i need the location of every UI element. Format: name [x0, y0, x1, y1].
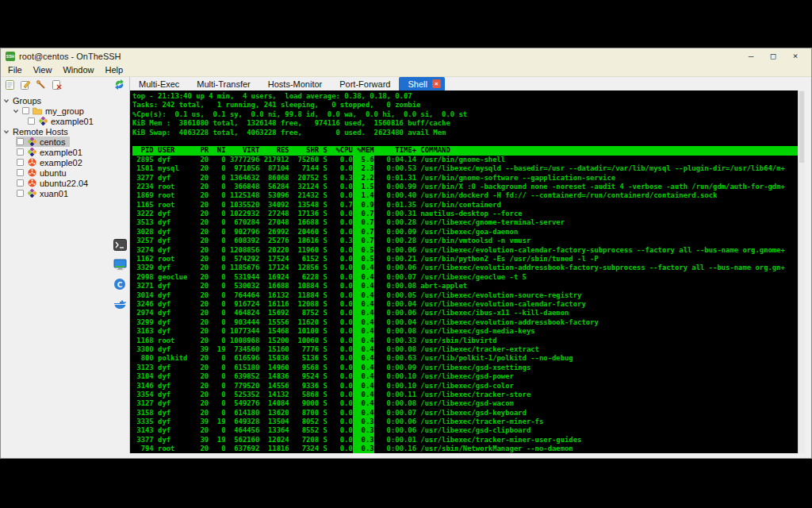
tree-item-my-group[interactable]: my_group [1, 106, 129, 116]
host-checkbox[interactable] [22, 107, 29, 114]
tree-item-example01[interactable]: example01 [1, 147, 129, 157]
host-checkbox[interactable] [17, 148, 24, 156]
process-time-command: 0:01.35 /usr/bin/containerd [374, 201, 501, 210]
tree-item-content[interactable]: my_group [21, 106, 89, 116]
chevron-down-icon[interactable] [12, 107, 20, 115]
process-fields: 3028 dyf 20 0 902796 26992 20460 S 0.0 [132, 228, 353, 237]
tree-item-label: centos [40, 137, 65, 147]
tools-icon[interactable] [35, 79, 48, 90]
tree-item-content[interactable]: example02 [16, 157, 87, 167]
process-time-command: 0:00.06 /usr/libexec/gsd-clipboard [374, 426, 531, 435]
scrollbar-thumb[interactable] [799, 91, 804, 163]
docker-icon[interactable] [113, 298, 127, 310]
chevron-down-icon[interactable] [2, 97, 10, 105]
titlebar[interactable]: SSH root@centos - OnTheSSH – □ × [1, 48, 811, 64]
tree-item-content[interactable]: example01 [16, 147, 87, 157]
host-checkbox[interactable] [17, 179, 24, 187]
shell-terminal-icon[interactable] [113, 238, 127, 251]
tree-item-example02[interactable]: example02 [1, 157, 129, 167]
tree-item-example01[interactable]: example01 [1, 116, 129, 126]
tree-item-content[interactable]: centos [16, 137, 70, 147]
process-fields: 2895 dyf 20 0 3777296 217912 75260 S 0.0 [132, 156, 353, 164]
process-time-command: 0:00.33 /usr/sbin/libvirtd [374, 337, 497, 345]
tree-item-content[interactable]: Remote Hosts [12, 126, 73, 137]
process-time-command: 0:00.16 /usr/sbin/NetworkManager --no-da… [374, 444, 573, 453]
terminal[interactable]: top - 21:13:40 up 4 min, 4 users, load a… [130, 90, 798, 453]
process-time-command: 0:00.01 /usr/libexec/tracker-miner-user-… [374, 436, 582, 444]
process-table-header: PID USER PR NI VIRT RES SHR S %CPU %MEM … [132, 146, 798, 155]
terminal-scrollbar[interactable] [798, 90, 805, 453]
right-gutter [805, 90, 811, 453]
tree-item-ubuntu[interactable]: ubuntu [1, 167, 129, 178]
process-row: 2234 root 20 0 366848 56284 32124 S 0.0 … [132, 183, 798, 191]
tab-label: Multi-Exec [139, 79, 179, 89]
process-time-command: 0:00.04 /usr/libexec/evolution-addressbo… [374, 318, 599, 327]
process-fields: 3257 dyf 20 0 608392 25276 18616 S 0.3 [132, 237, 353, 245]
tree-item-content[interactable]: ubuntu [16, 167, 71, 178]
host-checkbox[interactable] [28, 117, 35, 125]
tree-item-label: example02 [40, 158, 82, 167]
process-fields: 3014 dyf 20 0 764464 16132 11884 S 0.0 [132, 291, 353, 300]
process-fields: 2998 geoclue 20 0 531944 16924 6228 S 0.… [132, 273, 353, 282]
tree-item-content[interactable]: xuan01 [16, 188, 73, 198]
process-fields: 794 root 20 0 637692 11816 7324 S 0.0 [132, 444, 353, 453]
tab-label: Shell [408, 79, 427, 89]
side-toolbar: C [112, 238, 128, 318]
sync-hosts-icon[interactable] [113, 79, 125, 90]
menu-file[interactable]: File [2, 65, 28, 75]
minimize-button[interactable]: – [740, 49, 762, 63]
tree-item-remote-hosts[interactable]: Remote Hosts [1, 126, 129, 137]
menu-help[interactable]: Help [100, 65, 129, 75]
process-row: 3246 dyf 20 0 916724 16116 12088 S 0.0 0… [132, 300, 798, 309]
header-mem-column: %MEM [353, 146, 374, 155]
tree-item-content[interactable]: Groups [12, 95, 46, 106]
process-mem-value: 0.9 [353, 201, 374, 210]
tree-item-label: Groups [13, 96, 41, 106]
tab-close-icon[interactable]: × [432, 79, 441, 88]
centos-icon [38, 117, 48, 125]
process-time-command: 0:00.08 abrt-applet [374, 282, 468, 291]
process-mem-value: 0.4 [353, 372, 374, 381]
tree-item-content[interactable]: example01 [27, 116, 98, 126]
menu-view[interactable]: View [28, 65, 58, 75]
top-summary-line: KiB Swap: 4063228 total, 4063228 free, 0… [132, 129, 798, 137]
host-checkbox[interactable] [17, 138, 24, 145]
host-checkbox[interactable] [17, 159, 24, 166]
monitor-icon[interactable] [113, 258, 127, 271]
tree-item-centos[interactable]: centos [1, 137, 129, 147]
menu-window[interactable]: Window [57, 65, 99, 75]
process-fields: 3274 dyf 20 0 1208856 20220 11960 S 0.0 [132, 246, 353, 255]
process-mem-value: 0.4 [353, 391, 374, 399]
hosts-panel: Groupsmy_groupexample01Remote Hostscento… [1, 77, 130, 453]
tab-port-forward[interactable]: Port-Forward [331, 77, 399, 90]
tree-item-ubuntu22-04[interactable]: ubuntu22.04 [1, 178, 129, 188]
process-row: 3271 dyf 20 0 530032 16688 10884 S 0.0 0… [132, 282, 798, 291]
process-row: 3163 dyf 20 0 1077344 15468 10100 S 0.0 … [132, 327, 798, 336]
tree-item-label: example01 [51, 117, 94, 126]
maximize-button[interactable]: □ [762, 49, 784, 63]
tab-multi-exec[interactable]: Multi-Exec [130, 77, 188, 90]
process-mem-value: 0.4 [353, 282, 374, 291]
new-session-icon[interactable] [3, 79, 16, 90]
close-button[interactable]: × [784, 49, 806, 63]
process-time-command: 0:00.63 /usr/lib/polkit-1/polkitd --no-d… [374, 354, 573, 363]
delete-session-icon[interactable] [51, 79, 63, 90]
process-row: 2998 geoclue 20 0 531944 16924 6228 S 0.… [132, 273, 798, 282]
host-checkbox[interactable] [17, 169, 24, 176]
process-row: 3299 dyf 20 0 903444 15556 11620 S 0.0 0… [132, 318, 798, 327]
process-fields: 3123 dyf 20 0 615180 14960 9568 S 0.0 [132, 364, 353, 372]
process-mem-value: 1.4 [353, 191, 374, 200]
process-fields: 3513 dyf 20 0 670284 27048 16688 S 0.0 [132, 218, 353, 227]
edit-session-icon[interactable] [19, 79, 32, 90]
tree-item-content[interactable]: ubuntu22.04 [16, 178, 93, 188]
chevron-down-icon[interactable] [2, 128, 10, 136]
tab-multi-transfer[interactable]: Multi-Transfer [188, 77, 259, 90]
process-row: 3513 dyf 20 0 670284 27048 16688 S 0.0 0… [132, 218, 798, 227]
tab-shell[interactable]: Shell× [399, 77, 444, 90]
host-checkbox[interactable] [17, 190, 24, 197]
c-circle-icon[interactable]: C [113, 278, 127, 291]
process-time-command: 0:00.28 /usr/libexec/gnome-terminal-serv… [374, 218, 565, 227]
tree-item-groups[interactable]: Groups [1, 95, 129, 106]
tab-hosts-monitor[interactable]: Hosts-Monitor [259, 77, 331, 90]
tree-item-xuan01[interactable]: xuan01 [1, 188, 129, 198]
